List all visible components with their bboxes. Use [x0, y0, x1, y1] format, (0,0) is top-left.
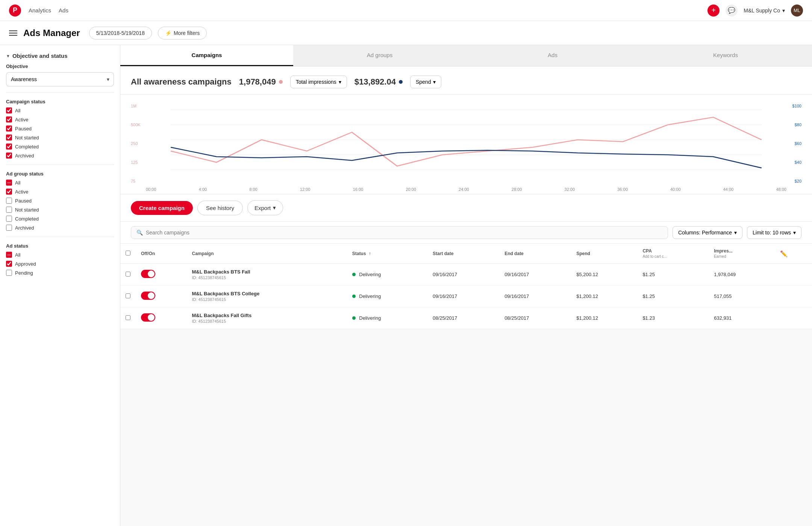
- create-button[interactable]: +: [707, 5, 720, 17]
- row-checkbox-cell: [120, 286, 136, 307]
- row-spend: $1,200.12: [571, 286, 637, 307]
- table-header: Off/On Campaign Status ↑ Start date End …: [120, 244, 812, 264]
- ad-status-pending-checkbox[interactable]: [6, 270, 12, 276]
- chevron-down-icon: ▼: [6, 54, 10, 58]
- objective-label: Objective: [6, 63, 114, 69]
- filter-icon: ⚡: [165, 30, 171, 36]
- tab-ads[interactable]: Ads: [466, 45, 639, 66]
- edit-columns-icon[interactable]: ✏️: [780, 251, 788, 257]
- table-row: M&L Backpacks BTS College ID: 4512387456…: [120, 286, 812, 307]
- row-end-date: 09/16/2017: [499, 264, 571, 286]
- pinterest-logo[interactable]: P: [9, 5, 21, 17]
- export-button[interactable]: Export ▾: [247, 200, 283, 215]
- campaign-status-label: Campaign status: [6, 99, 114, 104]
- row-toggle-cell: [136, 307, 186, 329]
- tab-campaigns[interactable]: Campaigns: [120, 45, 293, 66]
- campaign-header-title: All awareness campaigns: [131, 77, 232, 87]
- table-body: M&L Backpacks BTS Fall ID: 451238745615 …: [120, 264, 812, 329]
- nav-ads[interactable]: Ads: [59, 7, 68, 14]
- tab-keywords[interactable]: Keywords: [639, 45, 812, 66]
- sidebar: ▼ Objective and status Objective Awarene…: [0, 45, 120, 526]
- campaign-toggle[interactable]: [141, 313, 155, 322]
- row-checkbox-cell: [120, 307, 136, 329]
- row-campaign-cell: M&L Backpacks Fall Gifts ID: 45123874561…: [186, 307, 347, 329]
- row-checkbox[interactable]: [126, 315, 130, 320]
- row-checkbox-cell: [120, 264, 136, 286]
- main-content: Campaigns Ad groups Ads Keywords All awa…: [120, 45, 812, 526]
- ad-group-status-paused-checkbox[interactable]: [6, 198, 12, 204]
- ad-group-status-all-checkbox[interactable]: [6, 180, 12, 186]
- row-cpa: $1.25: [637, 264, 709, 286]
- more-filters-button[interactable]: ⚡ More filters: [158, 27, 207, 39]
- select-all-checkbox[interactable]: [126, 251, 130, 255]
- chart-svg: [131, 102, 801, 185]
- th-spend: Spend: [571, 244, 637, 264]
- th-select-all: [120, 244, 136, 264]
- spend-select[interactable]: Spend ▾: [410, 76, 441, 88]
- ad-status-label: Ad status: [6, 243, 114, 249]
- th-start-date: Start date: [427, 244, 499, 264]
- campaign-status-not-started-checkbox[interactable]: [6, 135, 12, 141]
- chevron-down-icon: ▾: [782, 8, 785, 14]
- action-bar: Create campaign See history Export ▾: [120, 194, 812, 222]
- campaign-toggle[interactable]: [141, 292, 155, 300]
- ad-group-status-not-started: Not started: [6, 207, 114, 213]
- search-icon: 🔍: [136, 230, 143, 236]
- y-axis-right: $100 $80 $60 $40 $20: [786, 102, 801, 185]
- campaign-status-archived-checkbox[interactable]: [6, 153, 12, 159]
- ad-status-approved: Approved: [6, 261, 114, 267]
- sort-icon: ↑: [369, 251, 371, 256]
- tab-ad-groups[interactable]: Ad groups: [293, 45, 466, 66]
- ad-group-status-archived-checkbox[interactable]: [6, 225, 12, 231]
- row-actions: [775, 286, 812, 307]
- row-checkbox[interactable]: [126, 293, 130, 298]
- row-cpa: $1.23: [637, 307, 709, 329]
- objective-select[interactable]: Awareness Traffic App installs: [6, 72, 114, 86]
- ad-group-status-active-checkbox[interactable]: [6, 189, 12, 195]
- campaign-status-not-started: Not started: [6, 135, 114, 141]
- spend-dot: [399, 80, 403, 84]
- campaign-name: M&L Backpacks Fall Gifts: [192, 313, 341, 318]
- nav-analytics[interactable]: Analytics: [29, 7, 51, 14]
- impressions-select[interactable]: Total impressions ▾: [290, 76, 347, 88]
- th-toggle: Off/On: [136, 244, 186, 264]
- ad-group-status-all: All: [6, 180, 114, 186]
- ad-status-all-checkbox[interactable]: [6, 252, 12, 258]
- chevron-down-icon: ▾: [433, 79, 436, 85]
- campaign-header: All awareness campaigns 1,978,049 Total …: [120, 67, 812, 95]
- menu-toggle[interactable]: [9, 30, 17, 36]
- columns-select[interactable]: Columns: Performance ▾: [673, 226, 742, 239]
- row-impressions: 632,931: [709, 307, 775, 329]
- campaign-status-active-checkbox[interactable]: [6, 116, 12, 122]
- ad-status-approved-checkbox[interactable]: [6, 261, 12, 267]
- nav-right: + 💬 M&L Supply Co ▾ ML: [707, 5, 803, 17]
- campaign-name: M&L Backpacks BTS Fall: [192, 269, 341, 275]
- create-campaign-button[interactable]: Create campaign: [131, 201, 193, 215]
- limit-select[interactable]: Limit to: 10 rows ▾: [747, 226, 801, 239]
- row-spend: $1,200.12: [571, 307, 637, 329]
- messages-button[interactable]: 💬: [726, 5, 738, 17]
- avatar[interactable]: ML: [791, 5, 803, 17]
- ad-group-status-completed: Completed: [6, 216, 114, 222]
- account-switcher[interactable]: M&L Supply Co ▾: [744, 8, 785, 14]
- row-checkbox[interactable]: [126, 272, 130, 277]
- campaign-status-completed-checkbox[interactable]: [6, 144, 12, 150]
- campaign-status-paused-checkbox[interactable]: [6, 125, 12, 132]
- campaign-status-all-checkbox[interactable]: [6, 107, 12, 113]
- objective-select-wrapper: Awareness Traffic App installs: [6, 72, 114, 86]
- chevron-down-icon: ▾: [273, 204, 276, 211]
- row-impressions: 517,055: [709, 286, 775, 307]
- campaign-toggle[interactable]: [141, 270, 155, 278]
- date-range-button[interactable]: 5/13/2018-5/19/2018: [89, 27, 152, 39]
- status-label: Delivering: [359, 272, 381, 277]
- row-actions: [775, 264, 812, 286]
- row-start-date: 09/16/2017: [427, 286, 499, 307]
- th-status[interactable]: Status ↑: [347, 244, 427, 264]
- ad-group-status-completed-checkbox[interactable]: [6, 216, 12, 222]
- search-input[interactable]: [146, 230, 662, 236]
- x-axis: 00:00 4:00 8:00 12:00 16:00 20:00 24:00 …: [131, 185, 801, 194]
- status-label: Delivering: [359, 293, 381, 299]
- row-status-cell: Delivering: [347, 307, 427, 329]
- ad-group-status-not-started-checkbox[interactable]: [6, 207, 12, 213]
- see-history-button[interactable]: See history: [197, 201, 243, 215]
